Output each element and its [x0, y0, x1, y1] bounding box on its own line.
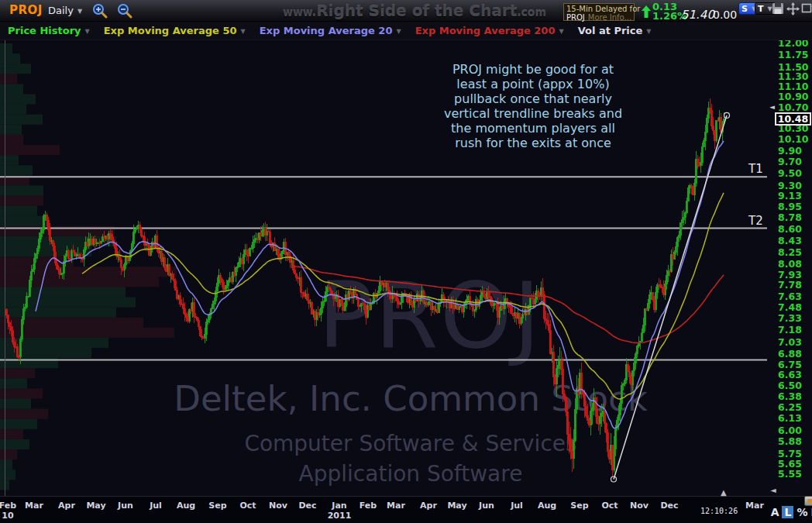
axis-price-label: 5.55	[778, 468, 802, 480]
chart-text-annotation[interactable]: PROJ might be good for at least a point …	[417, 62, 649, 150]
axis-price-label: 7.93	[778, 269, 802, 280]
month-label: Nov	[630, 501, 649, 511]
axis-price-label: 6.38	[778, 391, 802, 402]
axis-price-label: 8.78	[778, 212, 802, 223]
volume-at-price-bar	[0, 236, 116, 246]
axis-price-label: 7.03	[778, 336, 802, 348]
title-bar: PROJ Daily▼ www.Right Side of the Chart.…	[0, 0, 812, 22]
volume-at-price-bar	[0, 105, 26, 115]
axis-price-label: 11.75	[778, 49, 809, 60]
move-icon[interactable]	[786, 2, 800, 15]
volume-at-price-bar	[0, 449, 17, 459]
axis-price-label: 5.88	[778, 435, 802, 447]
current-price-box: 10.48	[775, 112, 811, 126]
trendline[interactable]	[614, 115, 727, 480]
indicator-menu-item[interactable]: Exp Moving Average 50▼	[104, 25, 246, 36]
month-label: Jul	[511, 501, 523, 511]
volume-at-price-bar	[0, 125, 22, 135]
indicator-menu-item[interactable]: Price History▼	[8, 25, 90, 36]
month-label: Feb	[360, 501, 377, 511]
scroll-left-arrow-icon[interactable]: ◄	[770, 486, 776, 494]
site-watermark: www.Right Side of the Chart.com	[260, 2, 569, 20]
month-label: Aug	[538, 501, 556, 511]
volume-at-price-bar	[0, 216, 49, 226]
month-label: Jun	[118, 501, 133, 511]
axis-price-label: 7.78	[778, 279, 802, 291]
time-axis: Feb10MarAprMayJunJulAugSepOctNovDecJan20…	[0, 496, 812, 523]
delayed-data-notice[interactable]: 15-Min Delayed for PROJMore Info...	[563, 3, 635, 21]
symbol-label: PROJ	[9, 3, 43, 17]
last-update-time: 12:10:26	[700, 507, 738, 515]
volume-at-price-bar	[0, 115, 43, 125]
volume-at-price-bar	[0, 439, 29, 449]
volume-at-price-bar	[0, 470, 15, 480]
month-label: Feb10	[0, 501, 16, 521]
scroll-up-arrow-icon[interactable]: ▲	[721, 488, 727, 497]
up-arrow-icon	[642, 5, 651, 18]
candlestick-chart-canvas[interactable]	[0, 0, 812, 496]
month-label: May	[447, 501, 466, 511]
indicator-toolbar: Price History▼Exp Moving Average 50▼Exp …	[0, 22, 812, 40]
chevron-down-icon: ▼	[559, 28, 563, 35]
indicator-menu-item[interactable]: Exp Moving Average 200▼	[415, 25, 564, 36]
price-marker-arrow-icon: ◄	[769, 103, 775, 111]
month-label: May	[86, 501, 105, 511]
indicator-menu-item[interactable]: Exp Moving Average 20▼	[260, 25, 401, 36]
axis-price-label: 6.88	[778, 348, 802, 360]
month-label: Apr	[58, 501, 75, 511]
axis-price-label: 9.70	[778, 156, 802, 167]
quote-value-2: 0.00	[713, 9, 737, 21]
volume-at-price-bar	[0, 409, 48, 419]
chevron-down-icon: ▼	[396, 28, 401, 35]
scale-mode-buttons: AL%F	[771, 506, 812, 518]
more-info-link[interactable]: More Info...	[588, 13, 631, 22]
month-label: Jan2011	[328, 501, 352, 521]
chevron-down-icon: ▼	[77, 8, 82, 15]
month-label: Apr	[420, 501, 437, 511]
scale-button-l[interactable]: L	[782, 506, 793, 518]
volume-at-price-bar	[0, 185, 43, 195]
target-label-t1[interactable]: T1	[748, 162, 763, 176]
axis-price-label: 6.25	[778, 401, 802, 413]
month-label: Mar	[745, 501, 764, 511]
timeframe-dropdown[interactable]: Daily▼	[48, 5, 82, 16]
volume-at-price-bar	[0, 388, 43, 398]
zoom-in-icon[interactable]	[91, 2, 108, 19]
month-label: Sep	[208, 501, 226, 511]
chevron-down-icon: ▼	[85, 28, 90, 35]
month-label: Mar	[25, 501, 43, 511]
axis-price-label: 8.43	[778, 235, 802, 246]
volume-at-price-bar	[0, 84, 23, 94]
month-label: Jun	[479, 501, 494, 511]
axis-price-label: 6.00	[778, 425, 802, 436]
volume-at-price-bar	[0, 196, 43, 206]
volume-at-price-bar	[0, 145, 60, 155]
month-label: Dec	[660, 501, 678, 511]
axis-price-label: 10.70	[778, 102, 809, 113]
volume-at-price-bar	[0, 298, 136, 308]
month-label: Mar	[387, 501, 405, 511]
volume-at-price-bar	[0, 277, 159, 287]
axis-price-label: 7.18	[778, 324, 802, 335]
volume-at-price-bar	[0, 419, 37, 429]
quote-value: 51.40	[681, 8, 714, 22]
axis-price-label: 8.25	[778, 246, 802, 258]
save-icon[interactable]	[772, 2, 785, 15]
chevron-down-icon: ▼	[646, 28, 651, 35]
axis-price-label: 8.60	[778, 223, 802, 235]
axis-price-label: 7.63	[778, 291, 802, 302]
target-label-t2[interactable]: T2	[748, 214, 763, 228]
volume-at-price-bar	[0, 206, 37, 216]
axis-price-label: 8.95	[778, 201, 802, 212]
axis-price-label: 9.50	[778, 167, 802, 179]
scale-button-%[interactable]: %	[797, 506, 807, 518]
month-label: Aug	[177, 501, 195, 511]
chevron-down-icon: ▼	[241, 28, 246, 35]
scale-button-a[interactable]: A	[771, 506, 779, 518]
axis-price-label: 7.48	[778, 301, 802, 313]
zoom-out-icon[interactable]	[116, 2, 133, 19]
indicator-menu-item[interactable]: Vol at Price▼	[578, 25, 652, 36]
volume-at-price-bar	[0, 287, 126, 297]
axis-price-label: 10.10	[778, 133, 809, 145]
snapshot-icon[interactable]	[804, 496, 812, 506]
